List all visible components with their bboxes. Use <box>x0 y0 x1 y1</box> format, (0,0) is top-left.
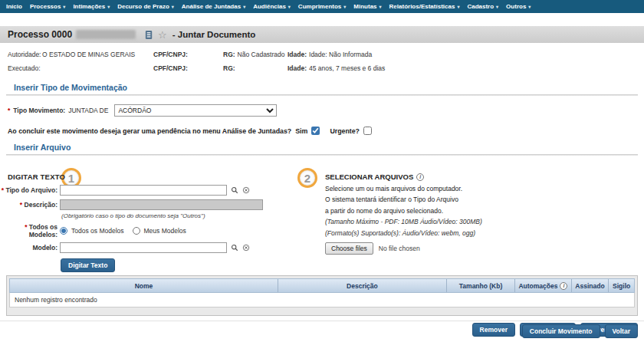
nav-label: Análise de Juntadas <box>182 3 241 10</box>
column-header-assinado: Assinado <box>572 279 610 292</box>
nav-label: Minutas <box>353 3 376 10</box>
info-icon[interactable]: i <box>560 282 567 290</box>
urgent-checkbox[interactable] <box>363 127 372 135</box>
nav-item-cumprimentos[interactable]: Cumprimentos▾ <box>294 3 350 10</box>
party-rg: RG:Não Cadastrado <box>223 51 288 58</box>
clear-icon[interactable] <box>242 244 250 252</box>
nav-item-outros[interactable]: Outros▾ <box>502 3 534 10</box>
party-role-label: Executado: <box>8 64 42 72</box>
search-icon[interactable] <box>231 186 238 194</box>
age-label: Idade: <box>288 64 307 72</box>
age-value: 45 anos, 7 meses e 6 dias <box>309 64 385 72</box>
select-files-size-hint: (Tamanho Máximo - PDF: 10MB Áudio/Vídeo:… <box>325 218 632 225</box>
party-age: Idade:45 anos, 7 meses e 6 dias <box>288 64 644 72</box>
nav-item-inicio[interactable]: Início <box>2 3 26 10</box>
file-input-row: Choose files No file chosen <box>325 242 632 255</box>
nav-item-processos[interactable]: Processos▾ <box>26 3 69 10</box>
nav-item-intimacoes[interactable]: Intimações▾ <box>69 3 113 10</box>
required-marker: * <box>8 107 10 114</box>
conclude-movement-button[interactable]: Concluir Movimento <box>522 324 600 338</box>
description-input[interactable] <box>60 199 263 210</box>
yes-checkbox[interactable] <box>311 127 320 135</box>
redacted-process-number <box>76 30 136 39</box>
column-header-nome: Nome <box>10 279 278 292</box>
info-icon[interactable]: i <box>416 173 424 181</box>
nav-label: Outros <box>506 3 526 10</box>
file-type-row: * Tipo do Arquivo: <box>0 185 295 196</box>
required-marker: * <box>20 201 22 209</box>
nav-label: Audiências <box>253 3 286 10</box>
parties-section: Autoridade: O ESTADO DE MINAS GERAIS CPF… <box>0 43 644 75</box>
search-icon[interactable] <box>231 244 238 252</box>
age-value: Idade: Não Informada <box>309 51 372 58</box>
nav-label: Cumprimentos <box>298 3 341 10</box>
select-files-format-hint: (Formato(s) Suportado(s): Áudio/Vídeo: w… <box>325 229 632 237</box>
description-note: (Obrigatório caso o tipo do documento se… <box>61 212 295 219</box>
chevron-down-icon: ▾ <box>496 4 498 9</box>
documents-table-header: Nome Descrição Tamanho (Kb) Automações i… <box>9 278 635 293</box>
type-text-column: DIGITAR TEXTO * Tipo do Arquivo: * Descr… <box>0 162 295 272</box>
cpf-label: CPF/CNPJ: <box>153 51 188 58</box>
nav-item-cadastro[interactable]: Cadastro▾ <box>463 3 502 10</box>
chevron-down-icon: ▾ <box>457 4 459 9</box>
select-files-column: SELECIONAR ARQUIVOS i Selecione um ou ma… <box>325 173 632 255</box>
type-text-button[interactable]: Digitar Texto <box>61 258 115 272</box>
section-divider <box>6 154 638 156</box>
choose-files-button[interactable]: Choose files <box>325 242 373 255</box>
footer-buttons: Concluir Movimento Voltar <box>522 324 638 338</box>
nav-item-analise-de-juntadas[interactable]: Análise de Juntadas▾ <box>178 3 249 10</box>
nav-item-minutas[interactable]: Minutas▾ <box>350 3 385 10</box>
models-label: * Todos os Modelos: <box>0 223 58 238</box>
remove-button[interactable]: Remover <box>472 323 515 337</box>
nav-label: Processos <box>30 3 61 10</box>
party-role-label: Autoridade: <box>8 51 42 58</box>
movement-type-select[interactable]: ACÓRDÃO <box>114 104 277 117</box>
party-cpf: CPF/CNPJ: <box>153 51 223 58</box>
model-input[interactable] <box>60 242 227 253</box>
empty-table-row: Nenhum registro encontrado <box>9 293 635 307</box>
file-type-label-text: Tipo do Arquivo: <box>5 186 58 194</box>
document-icon[interactable] <box>144 30 154 40</box>
chevron-down-icon: ▾ <box>343 4 346 9</box>
nav-item-relatorios-estatisticas[interactable]: Relatórios/Estatísticas▾ <box>386 3 464 10</box>
movement-type-row: * Tipo Movimento: JUNTADA DE ACÓRDÃO <box>8 104 644 117</box>
all-models-radio-label[interactable]: Todos os Modelos <box>71 227 124 235</box>
section-divider <box>6 94 638 96</box>
nav-item-decurso-de-prazo[interactable]: Decurso de Prazo▾ <box>113 3 178 10</box>
nav-label: Intimações <box>73 3 105 10</box>
select-files-line: O sistema tentará identificar o Tipo do … <box>325 196 632 203</box>
required-marker: * <box>25 223 27 231</box>
urgent-label: Urgente? <box>330 127 360 135</box>
rg-value: Não Cadastrado <box>238 51 285 58</box>
column-header-tamanho: Tamanho (Kb) <box>447 279 516 292</box>
column-header-sigilo: Sigilo <box>609 279 634 292</box>
type-text-heading: DIGITAR TEXTO <box>8 173 295 181</box>
yes-label: Sim <box>295 127 307 135</box>
pending-question-text: Ao concluir este movimento deseja gerar … <box>8 127 291 135</box>
back-button[interactable]: Voltar <box>605 324 638 338</box>
file-type-label: * Tipo do Arquivo: <box>0 186 58 194</box>
clear-icon[interactable] <box>242 186 250 194</box>
step-2-badge: 2 <box>297 168 317 188</box>
all-models-radio[interactable] <box>60 227 67 235</box>
my-models-radio[interactable] <box>133 227 140 235</box>
nav-label: Cadastro <box>467 3 494 10</box>
chevron-down-icon: ▾ <box>107 4 110 9</box>
my-models-radio-label[interactable]: Meus Modelos <box>144 227 186 235</box>
model-label-text: Modelo: <box>32 244 58 252</box>
description-row: * Descrição: <box>0 199 295 210</box>
select-files-line: Selecione um ou mais arquivos do computa… <box>325 185 632 192</box>
movement-type-label: Tipo Movimento: <box>13 107 65 114</box>
description-label: * Descrição: <box>0 201 58 209</box>
star-icon[interactable]: ☆ <box>158 30 167 40</box>
select-files-heading: SELECIONAR ARQUIVOS <box>325 173 413 181</box>
pending-question-row: Ao concluir este movimento deseja gerar … <box>8 127 644 135</box>
movement-type-prefix: JUNTADA DE <box>68 107 108 114</box>
description-label-text: Descrição: <box>25 201 58 209</box>
nav-label: Relatórios/Estatísticas <box>389 3 455 10</box>
nav-item-audiencias[interactable]: Audiências▾ <box>249 3 294 10</box>
file-type-input[interactable] <box>60 185 227 196</box>
chevron-down-icon: ▾ <box>243 4 245 9</box>
footer-divider <box>0 321 644 321</box>
models-label-text: Todos os Modelos: <box>29 223 58 238</box>
